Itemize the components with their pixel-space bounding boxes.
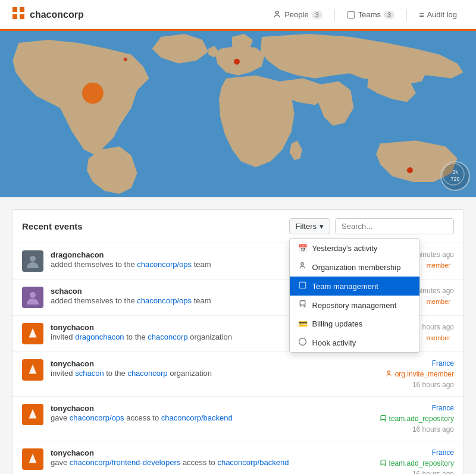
- avatar-image: [26, 452, 40, 466]
- people-count: 3: [312, 11, 322, 19]
- event-link[interactable]: chaconcorp/backend: [217, 458, 289, 467]
- event-action: team.add_repository: [380, 415, 454, 423]
- event-link[interactable]: dragonchacon: [75, 332, 124, 341]
- avatar-image: [26, 407, 40, 422]
- action-icon: [380, 460, 387, 467]
- svg-point-21: [30, 292, 36, 298]
- event-meta: France org.invite_member 16 hours ago: [359, 359, 454, 389]
- svg-rect-3: [20, 14, 24, 19]
- svg-point-13: [82, 83, 104, 104]
- event-time: 16 hours ago: [412, 381, 454, 389]
- filter-button[interactable]: Filters ▾: [289, 218, 330, 234]
- event-description: gave chaconcorp/ops access to chaconcorp…: [51, 413, 352, 422]
- event-link[interactable]: chaconcorp: [148, 332, 187, 341]
- event-actor: tonychacon: [51, 404, 94, 413]
- team-icon: [298, 281, 308, 291]
- people-nav-item[interactable]: People 3: [266, 7, 330, 23]
- event-location: France: [432, 404, 454, 412]
- event-link[interactable]: chaconcorp/frontend-developers: [70, 458, 180, 467]
- teams-icon: [347, 11, 355, 19]
- chevron-down-icon: ▾: [320, 222, 324, 231]
- event-actor: tonychacon: [51, 448, 94, 457]
- event-link[interactable]: chaconcorp/ops: [137, 296, 192, 305]
- action-icon: [380, 415, 387, 422]
- header: chaconcorp People 3 Teams 3 ≡ Audit log: [0, 0, 476, 31]
- avatar: [22, 323, 43, 344]
- svg-point-19: [30, 256, 36, 262]
- org-name: chaconcorp: [30, 10, 84, 20]
- dropdown-item-hook[interactable]: Hook activity: [290, 333, 419, 352]
- svg-point-17: [443, 164, 464, 185]
- nav-divider-2: [406, 9, 407, 21]
- event-action: team.add_repository: [380, 459, 454, 467]
- audit-label: Audit log: [427, 10, 457, 19]
- billing-icon: 💳: [298, 319, 308, 328]
- teams-label: Teams: [358, 10, 381, 19]
- avatar-image: [24, 253, 41, 269]
- logo[interactable]: chaconcorp: [12, 7, 84, 23]
- event-location: France: [432, 448, 454, 457]
- dropdown-item-label: Team management: [312, 282, 378, 291]
- event-link[interactable]: chaconcorp/ops: [137, 260, 192, 269]
- dropdown-item-team-mgmt[interactable]: Team management: [290, 277, 419, 296]
- calendar-icon: 📅: [298, 244, 308, 253]
- avatar-image: [26, 327, 40, 341]
- dropdown-item-billing[interactable]: 💳 Billing updates: [290, 315, 419, 333]
- event-actor: tonychacon: [51, 323, 94, 332]
- svg-rect-2: [12, 14, 17, 19]
- people-label: People: [284, 10, 308, 19]
- avatar: [22, 448, 43, 470]
- event-item: tonychacon gave chaconcorp/frontend-deve…: [12, 441, 464, 474]
- main-content: Recent events Filters ▾ 📅 Yesterday's ac…: [0, 197, 476, 474]
- search-input[interactable]: [335, 218, 454, 234]
- filter-label: Filters: [296, 222, 317, 231]
- event-time: 16 hours ago: [412, 425, 454, 434]
- action-icon: [386, 371, 393, 378]
- event-meta: France team.add_repository 16 hours ago: [359, 448, 454, 474]
- event-link[interactable]: chaconcorp/ops: [70, 413, 124, 422]
- event-description: gave chaconcorp/frontend-developers acce…: [51, 458, 352, 467]
- dropdown-item-label: Hook activity: [312, 338, 356, 347]
- events-title: Recent events: [22, 221, 83, 231]
- dropdown-item-repo-mgmt[interactable]: Repository management: [290, 296, 419, 315]
- event-action-badge: member: [423, 297, 454, 306]
- event-location: France: [432, 359, 454, 368]
- nav-divider: [334, 9, 335, 21]
- svg-point-14: [234, 59, 240, 65]
- event-link[interactable]: schacon: [75, 369, 104, 378]
- dropdown-item-label: Organization membership: [312, 263, 401, 272]
- event-link[interactable]: chaconcorp: [127, 369, 167, 378]
- event-description: invited schacon to the chaconcorp organi…: [51, 369, 352, 378]
- event-action-badge: member: [423, 261, 454, 269]
- people-icon: [273, 11, 281, 19]
- dropdown-item-label: Yesterday's activity: [312, 244, 378, 253]
- map-svg: [0, 31, 476, 197]
- event-actor: dragonchacon: [51, 250, 104, 259]
- dropdown-item-label: Billing updates: [312, 319, 363, 328]
- audit-icon: ≡: [419, 10, 424, 20]
- avatar: [22, 250, 43, 272]
- event-actor: tonychacon: [51, 359, 94, 368]
- audit-log-nav-item[interactable]: ≡ Audit log: [412, 7, 464, 23]
- avatar: [22, 404, 43, 425]
- person-icon: [298, 262, 308, 272]
- svg-rect-1: [20, 7, 24, 12]
- event-link[interactable]: chaconcorp/backend: [161, 413, 233, 422]
- logo-icon: [12, 7, 25, 23]
- avatar: [22, 359, 43, 381]
- event-actor: schacon: [51, 287, 82, 296]
- svg-point-15: [407, 167, 413, 173]
- filter-dropdown: 📅 Yesterday's activity Organization memb…: [289, 238, 420, 353]
- event-item: tonychacon gave chaconcorp/ops access to…: [12, 397, 464, 441]
- teams-nav-item[interactable]: Teams 3: [340, 7, 402, 23]
- filter-dropdown-container: Filters ▾ 📅 Yesterday's activity: [289, 218, 330, 234]
- header-nav: People 3 Teams 3 ≡ Audit log: [266, 7, 464, 23]
- repo-icon: [298, 300, 308, 310]
- event-item: tonychacon invited schacon to the chacon…: [12, 352, 464, 397]
- dropdown-item-label: Repository management: [312, 301, 397, 310]
- events-section: Recent events Filters ▾ 📅 Yesterday's ac…: [12, 209, 464, 474]
- events-controls: Filters ▾ 📅 Yesterday's activity: [289, 218, 454, 234]
- svg-point-16: [124, 58, 127, 61]
- dropdown-item-org-membership[interactable]: Organization membership: [290, 258, 419, 277]
- dropdown-item-yesterday[interactable]: 📅 Yesterday's activity: [290, 239, 419, 258]
